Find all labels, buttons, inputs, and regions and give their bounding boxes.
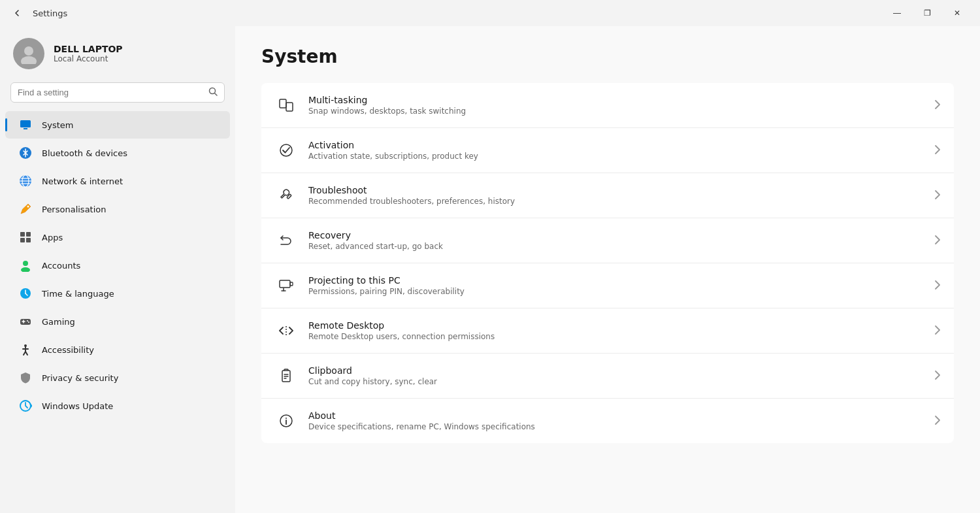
user-section[interactable]: DELL LAPTOP Local Account xyxy=(0,26,235,80)
projecting-text: Projecting to this PC Permissions, pairi… xyxy=(308,275,924,296)
bluetooth-icon xyxy=(18,146,33,160)
sidebar-item-network[interactable]: Network & internet xyxy=(5,167,230,195)
clipboard-text: Clipboard Cut and copy history, sync, cl… xyxy=(308,365,924,386)
sidebar-item-label-apps: Apps xyxy=(42,233,63,242)
about-desc: Device specifications, rename PC, Window… xyxy=(308,422,924,431)
sidebar-item-accessibility[interactable]: Accessibility xyxy=(5,336,230,363)
activation-icon xyxy=(274,139,298,162)
settings-list: Multi-tasking Snap windows, desktops, ta… xyxy=(261,83,954,443)
remote-desktop-icon xyxy=(274,319,298,342)
svg-line-31 xyxy=(25,352,27,355)
recovery-label: Recovery xyxy=(308,230,924,240)
sidebar-item-accounts[interactable]: Accounts xyxy=(5,252,230,279)
clipboard-icon xyxy=(274,364,298,388)
recovery-icon xyxy=(274,229,298,252)
multitasking-desc: Snap windows, desktops, task switching xyxy=(308,107,924,116)
restore-button[interactable]: ❐ xyxy=(912,3,942,24)
sidebar-item-label-windows-update: Windows Update xyxy=(42,401,113,411)
page-title: System xyxy=(261,46,954,67)
sidebar-item-personalisation[interactable]: Personalisation xyxy=(5,195,230,223)
accounts-icon xyxy=(18,258,33,273)
projecting-arrow xyxy=(934,280,941,292)
network-icon xyxy=(18,174,33,188)
troubleshoot-desc: Recommended troubleshooters, preferences… xyxy=(308,197,924,206)
multitasking-label: Multi-tasking xyxy=(308,95,924,105)
svg-point-26 xyxy=(28,322,29,323)
svg-point-36 xyxy=(280,144,292,156)
sidebar-item-label-personalisation: Personalisation xyxy=(42,205,106,214)
window-controls: — ❐ ✕ xyxy=(882,3,972,24)
sidebar-item-label-accounts: Accounts xyxy=(42,261,80,271)
settings-item-troubleshoot[interactable]: Troubleshoot Recommended troubleshooters… xyxy=(261,173,954,218)
about-text: About Device specifications, rename PC, … xyxy=(308,410,924,431)
search-input[interactable] xyxy=(18,88,203,97)
multitasking-icon xyxy=(274,93,298,117)
accessibility-icon xyxy=(18,342,33,357)
svg-point-25 xyxy=(27,320,28,322)
sidebar-item-label-privacy: Privacy & security xyxy=(42,373,118,383)
settings-item-projecting[interactable]: Projecting to this PC Permissions, pairi… xyxy=(261,263,954,308)
settings-item-activation[interactable]: Activation Activation state, subscriptio… xyxy=(261,128,954,173)
close-button[interactable]: ✕ xyxy=(942,3,972,24)
projecting-desc: Permissions, pairing PIN, discoverabilit… xyxy=(308,287,924,296)
svg-point-18 xyxy=(21,267,30,272)
sidebar-item-bluetooth[interactable]: Bluetooth & devices xyxy=(5,139,230,167)
svg-rect-35 xyxy=(286,103,293,111)
search-box[interactable] xyxy=(10,82,225,103)
sidebar-item-label-network: Network & internet xyxy=(42,176,123,186)
gaming-icon xyxy=(18,314,33,329)
remote-desktop-label: Remote Desktop xyxy=(308,320,924,331)
about-icon xyxy=(274,409,298,433)
settings-item-about[interactable]: About Device specifications, rename PC, … xyxy=(261,399,954,443)
sidebar-item-privacy[interactable]: Privacy & security xyxy=(5,364,230,391)
svg-marker-33 xyxy=(31,404,32,408)
about-arrow xyxy=(934,415,941,427)
settings-item-recovery[interactable]: Recovery Reset, advanced start-up, go ba… xyxy=(261,218,954,263)
svg-point-0 xyxy=(24,46,33,56)
multitasking-text: Multi-tasking Snap windows, desktops, ta… xyxy=(308,95,924,116)
sidebar-item-label-accessibility: Accessibility xyxy=(42,345,94,355)
user-info: DELL LAPTOP Local Account xyxy=(54,44,123,63)
titlebar: Settings — ❐ ✕ xyxy=(0,0,980,26)
privacy-icon xyxy=(18,371,33,385)
sidebar-item-time[interactable]: Time & language xyxy=(5,280,230,307)
svg-point-1 xyxy=(21,56,37,64)
windows-update-icon xyxy=(18,399,33,413)
system-icon xyxy=(18,118,33,132)
back-button[interactable] xyxy=(8,4,26,22)
sidebar-item-label-gaming: Gaming xyxy=(42,317,75,327)
troubleshoot-label: Troubleshoot xyxy=(308,185,924,195)
sidebar: DELL LAPTOP Local Account xyxy=(0,26,235,513)
projecting-icon xyxy=(274,274,298,297)
app-title: Settings xyxy=(33,8,875,18)
settings-item-remote-desktop[interactable]: Remote Desktop Remote Desktop users, con… xyxy=(261,308,954,354)
svg-rect-39 xyxy=(290,282,293,286)
apps-icon xyxy=(18,230,33,244)
sidebar-item-gaming[interactable]: Gaming xyxy=(5,308,230,335)
troubleshoot-arrow xyxy=(934,190,941,202)
sidebar-item-apps[interactable]: Apps xyxy=(5,223,230,251)
avatar xyxy=(13,38,44,69)
multitasking-arrow xyxy=(934,99,941,112)
app-body: DELL LAPTOP Local Account xyxy=(0,26,980,513)
sidebar-item-windows-update[interactable]: Windows Update xyxy=(5,392,230,420)
svg-rect-38 xyxy=(280,280,290,288)
remote-desktop-desc: Remote Desktop users, connection permiss… xyxy=(308,332,924,341)
user-name: DELL LAPTOP xyxy=(54,44,123,54)
sidebar-nav: System Bluetooth & devices xyxy=(0,110,235,420)
remote-desktop-text: Remote Desktop Remote Desktop users, con… xyxy=(308,320,924,341)
activation-text: Activation Activation state, subscriptio… xyxy=(308,140,924,161)
sidebar-item-label-time: Time & language xyxy=(42,289,114,299)
svg-rect-5 xyxy=(24,128,27,129)
remote-desktop-arrow xyxy=(934,325,941,337)
svg-rect-16 xyxy=(26,238,31,242)
svg-rect-34 xyxy=(280,99,286,108)
projecting-label: Projecting to this PC xyxy=(308,275,924,286)
sidebar-item-system[interactable]: System xyxy=(5,111,230,139)
settings-item-multitasking[interactable]: Multi-tasking Snap windows, desktops, ta… xyxy=(261,83,954,128)
activation-label: Activation xyxy=(308,140,924,150)
user-type: Local Account xyxy=(54,54,123,63)
settings-item-clipboard[interactable]: Clipboard Cut and copy history, sync, cl… xyxy=(261,354,954,399)
minimize-button[interactable]: — xyxy=(882,3,912,24)
time-icon xyxy=(18,286,33,301)
